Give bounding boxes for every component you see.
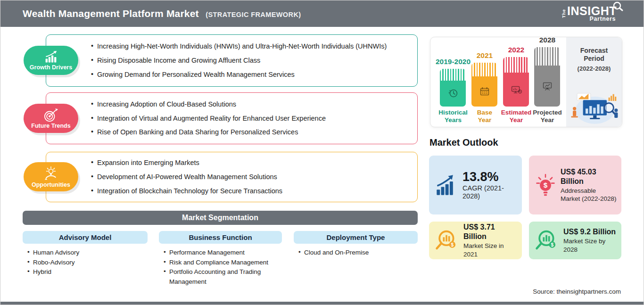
metric-desc: Addressable Market (2022-2028) bbox=[561, 187, 617, 203]
market-size-2028-card: $ US$ 9.2 Billion Market Size by 2028 bbox=[529, 222, 621, 259]
list-item: Hybrid bbox=[27, 267, 148, 277]
list-item: Robo-Advisory bbox=[27, 258, 148, 268]
badge-label: Opportunities bbox=[32, 181, 70, 188]
monitor-gear-icon bbox=[509, 82, 523, 97]
growth-drivers-badge: Growth Drivers bbox=[24, 46, 78, 75]
metric-desc: CAGR (2021-2028) bbox=[462, 184, 517, 201]
badge-label: Growth Drivers bbox=[30, 64, 72, 71]
insight-partners-logo: The INSIGHT Partners bbox=[561, 5, 617, 22]
target-dart-icon bbox=[43, 108, 59, 122]
magnifier-chart-icon: $ bbox=[435, 229, 459, 252]
growth-drivers-list: Increasing High-Net-Worth Individuals (H… bbox=[46, 35, 417, 86]
addressable-market-card: $ US$ 45.03 Billion Addressable Market (… bbox=[529, 156, 621, 214]
metric-value: US$ 45.03 Billion bbox=[561, 167, 617, 186]
growth-chart-icon bbox=[42, 50, 59, 64]
cagr-card: 13.8% CAGR (2021-2028) bbox=[429, 156, 522, 214]
clock-icon bbox=[446, 86, 460, 100]
list-item: Growing Demand for Personalized Wealth M… bbox=[91, 71, 409, 79]
list-item: Development of AI-Powered Wealth Managem… bbox=[91, 173, 409, 181]
analysts-illustration bbox=[569, 86, 619, 125]
future-trends-section: Increasing Adoption of Cloud-Based Solut… bbox=[46, 92, 418, 144]
list-item: Human Advisory bbox=[27, 248, 148, 258]
header-title-group: Wealth Management Platform Market (STRAT… bbox=[23, 8, 301, 19]
svg-text:$: $ bbox=[544, 181, 548, 189]
segment-header: Business Function bbox=[159, 231, 282, 244]
list-item: Increasing Adoption of Cloud-Based Solut… bbox=[91, 100, 409, 108]
projector-screen-icon bbox=[540, 79, 554, 93]
magnifier-icon bbox=[612, 1, 624, 12]
list-item: Performance Management bbox=[164, 248, 282, 258]
forecast-period-panel: Forecast Period (2022-2028) bbox=[566, 37, 622, 127]
metric-value: 13.8% bbox=[462, 170, 517, 184]
calendar-icon bbox=[478, 84, 492, 99]
list-item: Risk and Compliance Management bbox=[164, 258, 282, 268]
segmentation-title: Market Segmentation bbox=[182, 214, 258, 222]
timeline-bar-projected: 2028 Projected Year bbox=[529, 37, 565, 127]
segment-deployment-type: Deployment Type Cloud and On-Premise bbox=[294, 231, 418, 258]
segment-header: Advisory Model bbox=[23, 231, 148, 244]
timeline-year: 2028 bbox=[527, 36, 568, 44]
svg-text:$: $ bbox=[551, 242, 553, 247]
timeline-label: Projected bbox=[533, 109, 562, 116]
list-item: Increasing High-Net-Worth Individuals (H… bbox=[91, 42, 409, 50]
page-title: Wealth Management Platform Market bbox=[23, 8, 199, 19]
forecast-range: (2022-2028) bbox=[566, 65, 622, 72]
opportunities-badge: Opportunities bbox=[24, 162, 78, 191]
market-segmentation-bar: Market Segmentation bbox=[23, 211, 418, 225]
segment-advisory-model: Advisory Model Human Advisory Robo-Advis… bbox=[23, 231, 148, 277]
bulb-dollar-icon: $ bbox=[535, 173, 556, 198]
market-size-2021-card: $ US$ 3.71 Billion Market Size in 2021 bbox=[429, 222, 522, 259]
page-subtitle: (STRATEGIC FRAMEWORK) bbox=[206, 11, 301, 18]
logo-the: The bbox=[561, 9, 566, 18]
footer-bar bbox=[0, 302, 644, 305]
bulb-hand-icon bbox=[43, 166, 59, 181]
market-outlook-title: Market Outlook bbox=[429, 137, 498, 148]
metric-desc: Market Size in 2021 bbox=[463, 242, 517, 258]
header: Wealth Management Platform Market (STRAT… bbox=[0, 0, 644, 27]
segment-header: Deployment Type bbox=[294, 231, 418, 244]
bar-growth-icon bbox=[435, 174, 458, 196]
forecast-label: Forecast bbox=[566, 47, 622, 55]
growth-drivers-section: Increasing High-Net-Worth Individuals (H… bbox=[46, 34, 418, 87]
svg-text:$: $ bbox=[451, 242, 454, 247]
list-item: Rise of Open Banking and Data Sharing fo… bbox=[91, 128, 409, 136]
metric-value: US$ 3.71 Billion bbox=[463, 223, 517, 241]
badge-label: Future Trends bbox=[31, 123, 70, 129]
list-item: Rising Disposable Income and Growing Aff… bbox=[91, 57, 409, 65]
list-item: Integration of Virtual and Augmented Rea… bbox=[91, 115, 409, 123]
source-text: Source: theinsightpartners.com bbox=[533, 288, 621, 295]
list-item: Expansion into Emerging Markets bbox=[91, 159, 409, 167]
list-item: Portfolio Accounting and Trading Managem… bbox=[164, 267, 282, 287]
opportunities-list: Expansion into Emerging Markets Developm… bbox=[46, 152, 417, 202]
research-timeline-card: 2019-2020 Historical Years 2021 bbox=[430, 37, 622, 127]
segment-business-function: Business Function Performance Management… bbox=[159, 231, 282, 287]
opportunities-section: Expansion into Emerging Markets Developm… bbox=[46, 152, 418, 202]
infographic-root: Wealth Management Platform Market (STRAT… bbox=[0, 0, 644, 305]
future-trends-badge: Future Trends bbox=[24, 104, 78, 133]
timeline-label: Base bbox=[477, 109, 492, 116]
magnifier-chart-icon: $ bbox=[535, 229, 559, 252]
metric-value: US$ 9.2 Billion bbox=[563, 227, 617, 237]
list-item: Integration of Blockchain Technology for… bbox=[91, 187, 409, 195]
future-trends-list: Increasing Adoption of Cloud-Based Solut… bbox=[46, 93, 417, 144]
list-item: Cloud and On-Premise bbox=[298, 248, 418, 258]
metric-desc: Market Size by 2028 bbox=[563, 237, 617, 254]
